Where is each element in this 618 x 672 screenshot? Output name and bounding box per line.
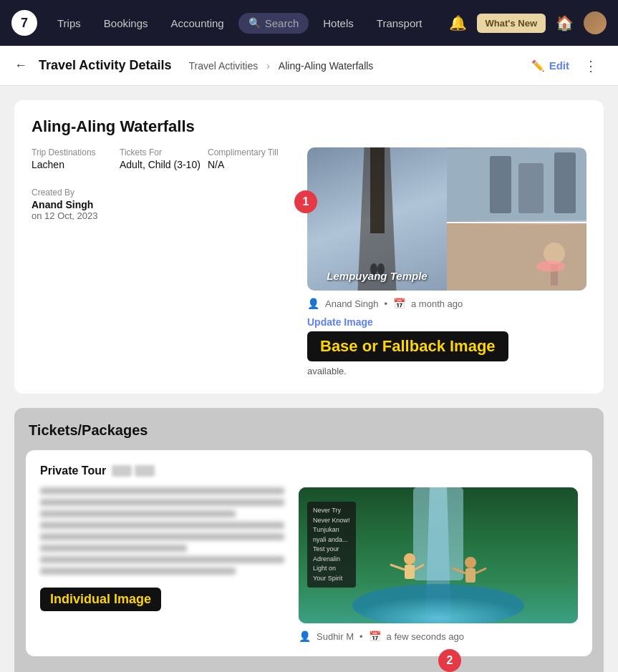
created-by-label: Created By — [32, 188, 290, 198]
main-content: Aling-Aling Waterfalls Trip Destinations… — [0, 86, 618, 672]
meta-dot: • — [384, 298, 387, 309]
fallback-image-label: Base or Fallback Image — [307, 331, 508, 361]
search-icon: 🔍 — [248, 17, 261, 29]
activity-image-meta: 👤 Anand Singh • 📅 a month ago — [307, 298, 586, 309]
svg-rect-5 — [554, 152, 576, 213]
whats-new-button[interactable]: What's New — [477, 14, 546, 33]
nav-accounting[interactable]: Accounting — [163, 13, 233, 34]
notification-bell-icon[interactable]: 🔔 — [445, 10, 471, 36]
collage-right-bottom — [447, 223, 586, 291]
activity-info: Trip Destinations Lachen Tickets For Adu… — [32, 147, 290, 376]
ticket-image: Never TryNever Know!Tunjukannyali anda..… — [299, 487, 578, 623]
activity-card: Aling-Aling Waterfalls Trip Destinations… — [14, 100, 604, 394]
search-label: Search — [265, 17, 299, 29]
svg-rect-3 — [490, 156, 511, 213]
activity-image-collage: Lempuyang Temple — [307, 147, 586, 291]
nav-bookings[interactable]: Bookings — [95, 13, 157, 34]
svg-rect-18 — [465, 568, 475, 583]
activity-top: Trip Destinations Lachen Tickets For Adu… — [32, 147, 586, 376]
breadcrumb-arrow-icon: › — [266, 60, 270, 72]
tickets-section-label: Tickets/Packages — [14, 408, 604, 450]
top-navigation: 7 Trips Bookings Accounting 🔍 Search Hot… — [0, 0, 618, 46]
waterfall-scene: Never TryNever Know!Tunjukannyali anda..… — [299, 487, 578, 623]
trip-destinations-label: Trip Destinations — [32, 147, 114, 157]
ticket-user-icon: 👤 — [299, 630, 311, 642]
ticket-meta-dot: • — [359, 631, 363, 642]
badge-2 — [135, 465, 155, 477]
created-date: on 12 Oct, 2023 — [32, 210, 290, 221]
back-button[interactable]: ← — [14, 58, 27, 73]
collage-right-images — [447, 147, 586, 291]
svg-point-13 — [404, 553, 415, 565]
blur-line-3 — [40, 510, 236, 517]
ticket-title-row: Private Tour — [40, 464, 578, 477]
complimentary-label: Complimentary Till — [208, 147, 290, 157]
svg-rect-4 — [518, 163, 544, 213]
image-caption: Lempuyang Temple — [327, 270, 427, 282]
svg-point-17 — [465, 557, 476, 568]
blurred-text-lines — [40, 487, 284, 575]
ticket-description: Individual Image — [40, 487, 284, 642]
created-by-value: Anand Singh — [32, 199, 290, 210]
right-bottom-svg — [447, 223, 586, 291]
trip-destinations-value: Lachen — [32, 159, 114, 170]
badge-1 — [112, 465, 132, 477]
activity-image-area: Lempuyang Temple — [307, 147, 586, 376]
annotation-badge-2: 2 — [438, 649, 461, 672]
ticket-image-area: Never TryNever Know!Tunjukannyali anda..… — [299, 487, 578, 642]
nav-search[interactable]: 🔍 Search — [238, 13, 309, 34]
tickets-for-value: Adult, Child (3-10) — [120, 159, 202, 170]
collage-right-top — [447, 147, 586, 222]
blur-line-5 — [40, 533, 284, 540]
annotation-badge-1: 1 — [294, 190, 317, 213]
ticket-image-meta: 👤 Sudhir M • 📅 a few seconds ago — [299, 630, 578, 642]
update-footer: Update Image — [14, 668, 604, 672]
nav-hotels[interactable]: Hotels — [314, 13, 362, 34]
ticket-calendar-icon: 📅 — [369, 630, 381, 642]
image-author: Anand Singh — [325, 298, 378, 309]
svg-rect-6 — [447, 225, 586, 291]
edit-button[interactable]: ✏️ Edit — [531, 59, 569, 72]
complimentary-value: N/A — [208, 159, 290, 170]
tickets-for-label: Tickets For — [120, 147, 202, 157]
blur-line-6 — [40, 545, 187, 552]
image-time: a month ago — [411, 298, 463, 309]
ticket-image-section: 2 — [299, 487, 578, 642]
blur-line-8 — [40, 568, 236, 575]
calendar-icon: 📅 — [393, 298, 405, 309]
ticket-content: Individual Image 2 — [40, 487, 578, 642]
blur-line-2 — [40, 499, 284, 506]
user-icon: 👤 — [307, 298, 319, 309]
individual-image-label: Individual Image — [40, 588, 161, 611]
pencil-icon: ✏️ — [531, 59, 545, 72]
ticket-title: Private Tour — [40, 464, 106, 477]
ticket-card: Private Tour — [26, 450, 592, 656]
breadcrumb-current: Aling-Aling Waterfalls — [279, 60, 374, 72]
edit-label: Edit — [549, 59, 569, 72]
sign-board: Never TryNever Know!Tunjukannyali anda..… — [307, 502, 356, 588]
svg-point-9 — [536, 260, 565, 272]
available-text: available. — [307, 366, 586, 376]
ticket-image-author: Sudhir M — [317, 631, 354, 642]
breadcrumb-bar: ← Travel Activity Details Travel Activit… — [0, 46, 618, 86]
home-icon[interactable]: 🏠 — [551, 10, 578, 36]
blur-line-1 — [40, 487, 284, 495]
ticket-badges — [112, 465, 155, 477]
blur-line-7 — [40, 556, 284, 563]
avatar[interactable] — [584, 11, 607, 34]
logo[interactable]: 7 — [11, 10, 37, 36]
nav-transport[interactable]: Transport — [368, 13, 431, 34]
page-title: Travel Activity Details — [39, 58, 171, 73]
tickets-section: Tickets/Packages Private Tour — [14, 408, 604, 672]
svg-rect-14 — [405, 565, 415, 579]
activity-title: Aling-Aling Waterfalls — [32, 117, 586, 136]
activity-image-section: 1 Lempuyang Temple — [307, 147, 586, 376]
update-image-button[interactable]: Update Image — [307, 316, 373, 328]
right-top-svg — [447, 147, 586, 222]
ticket-image-time: a few seconds ago — [387, 631, 464, 642]
more-options-button[interactable]: ⋮ — [578, 54, 604, 77]
breadcrumb-travel-activities[interactable]: Travel Activities — [188, 60, 258, 72]
collage-left-image: Lempuyang Temple — [307, 147, 447, 291]
blur-line-4 — [40, 522, 284, 529]
nav-trips[interactable]: Trips — [49, 13, 90, 34]
